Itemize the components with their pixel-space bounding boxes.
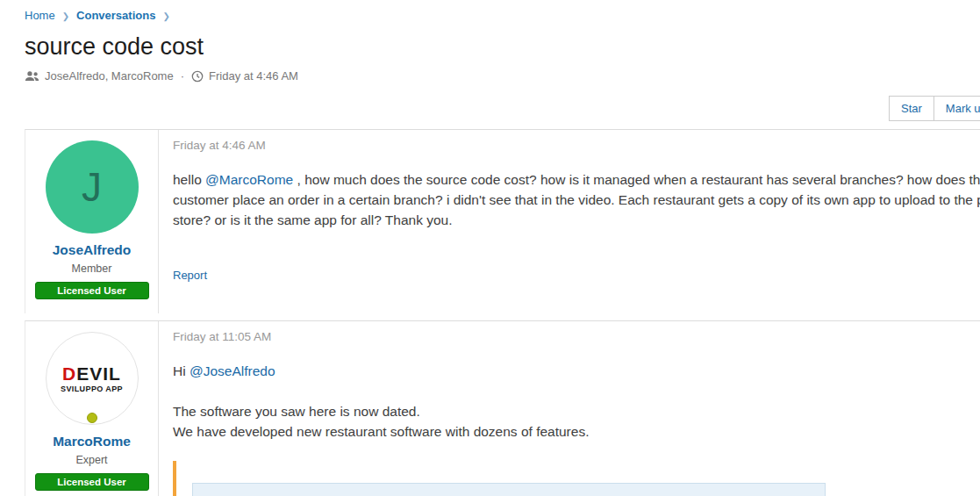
message-text: , how much does the source code cost? ho… <box>173 172 980 227</box>
devil-logo-subtitle: SVILUPPO APP <box>61 385 123 393</box>
post-content: Friday at 4:46 AM hello @MarcoRome , how… <box>159 130 980 313</box>
thread-actions: Star Mark unread <box>890 96 980 121</box>
message-text: The software you saw here is now dated. <box>173 401 980 421</box>
mention-link[interactable]: @MarcoRome <box>205 172 293 187</box>
user-role: Expert <box>75 454 107 466</box>
username-link[interactable]: JoseAlfredo <box>53 242 132 258</box>
thread-participants: JoseAlfredo, MarcoRome <box>45 69 174 83</box>
breadcrumb-home[interactable]: Home <box>25 9 55 22</box>
report-link[interactable]: Report <box>173 269 207 282</box>
avatar[interactable]: J <box>46 140 139 234</box>
thread-timestamp: Friday at 4:46 AM <box>209 69 298 83</box>
star-button[interactable]: Star <box>889 96 934 121</box>
breadcrumb: Home ❯ Conversations ❯ <box>25 9 955 22</box>
user-role: Member <box>72 262 112 275</box>
participants-icon <box>25 70 39 82</box>
breadcrumb-conversations[interactable]: Conversations <box>76 9 155 22</box>
avatar-initial: J <box>82 163 102 211</box>
message-text: Hi <box>173 363 190 378</box>
message-text: hello <box>173 172 205 187</box>
author-panel: J JoseAlfredo Member Licensed User <box>25 130 159 313</box>
quote-block <box>173 461 980 496</box>
post-message: hello @MarcoRome , how much does the sou… <box>173 169 980 230</box>
chevron-right-icon: ❯ <box>62 11 69 21</box>
clock-icon <box>191 70 204 83</box>
page-header: Home ❯ Conversations ❯ source code cost … <box>0 0 980 83</box>
chevron-right-icon: ❯ <box>162 11 169 21</box>
avatar[interactable]: DEVIL SVILUPPO APP <box>46 332 139 425</box>
licensed-user-banner: Licensed User <box>35 473 149 491</box>
online-status-icon <box>87 413 97 423</box>
username-link[interactable]: MarcoRome <box>53 434 131 449</box>
message-text: We have developed new restaurant softwar… <box>173 421 980 442</box>
page-title: source code cost <box>25 33 955 61</box>
meta-separator: · <box>181 69 184 83</box>
conversation-thread: J JoseAlfredo Member Licensed User Frida… <box>25 129 980 496</box>
post-timestamp[interactable]: Friday at 11:05 AM <box>173 330 980 343</box>
post-marcorome: DEVIL SVILUPPO APP MarcoRome Expert Lice… <box>25 320 980 496</box>
licensed-user-banner: Licensed User <box>35 282 149 299</box>
post-timestamp[interactable]: Friday at 4:46 AM <box>173 139 980 152</box>
author-panel: DEVIL SVILUPPO APP MarcoRome Expert Lice… <box>25 321 159 496</box>
mention-link[interactable]: @JoseAlfredo <box>190 363 275 378</box>
quoted-content[interactable] <box>192 483 826 496</box>
post-footer: Report Like <box>173 267 980 283</box>
mark-unread-button[interactable]: Mark unread <box>934 96 980 121</box>
post-content: Friday at 11:05 AM Hi @JoseAlfredo The s… <box>159 321 980 496</box>
post-josealfredo: J JoseAlfredo Member Licensed User Frida… <box>25 129 980 313</box>
devil-logo: DEVIL <box>62 364 121 383</box>
thread-meta: JoseAlfredo, MarcoRome · Friday at 4:46 … <box>25 69 955 83</box>
post-message: Hi @JoseAlfredo The software you saw her… <box>173 361 980 442</box>
